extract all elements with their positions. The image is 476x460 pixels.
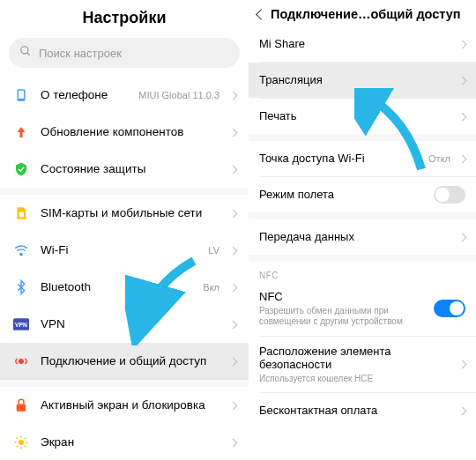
row-label: Бесконтактная оплата [259, 404, 450, 418]
svg-point-0 [21, 47, 28, 54]
divider [249, 255, 476, 262]
chevron-right-icon [229, 128, 238, 137]
chevron-right-icon [229, 246, 238, 255]
nfc-toggle[interactable] [434, 300, 465, 317]
chevron-right-icon [229, 438, 238, 447]
row-vpn[interactable]: VPN VPN [0, 306, 249, 343]
chevron-right-icon [458, 360, 467, 368]
row-wifi[interactable]: Wi-Fi LV [0, 232, 249, 269]
row-label: Передача данных [259, 230, 450, 244]
svg-rect-3 [19, 91, 24, 99]
chevron-right-icon [458, 154, 467, 163]
row-value: LV [208, 245, 219, 256]
row-label: Расположение элемента безопасности [259, 345, 450, 372]
vpn-icon: VPN [12, 315, 30, 333]
page-title: Настройки [0, 0, 249, 34]
row-mishare[interactable]: Mi Share [249, 26, 476, 62]
row-label: Mi Share [259, 37, 450, 51]
search-icon [19, 45, 32, 61]
row-label: Активный экран и блокировка [41, 398, 219, 412]
chevron-right-icon [229, 91, 238, 100]
sim-icon [12, 204, 30, 222]
row-label: Режим полета [259, 188, 425, 202]
row-contactless[interactable]: Бесконтактная оплата [249, 393, 476, 428]
row-value: Откл [428, 153, 450, 164]
lock-icon [12, 397, 30, 414]
chevron-right-icon [229, 165, 238, 174]
back-icon[interactable] [256, 9, 267, 20]
wifi-icon [12, 241, 30, 259]
shield-icon [12, 160, 30, 178]
svg-line-1 [27, 53, 30, 56]
row-label: Экран [41, 435, 219, 449]
chevron-right-icon [458, 76, 467, 85]
phone-icon [12, 86, 30, 104]
sub-header: Подключение…общий доступ [249, 0, 476, 26]
chevron-right-icon [458, 40, 467, 48]
row-screen[interactable]: Экран [0, 424, 249, 460]
svg-rect-4 [19, 212, 24, 218]
airplane-toggle[interactable] [434, 186, 465, 204]
svg-point-5 [20, 253, 22, 255]
svg-point-8 [19, 360, 24, 364]
row-label: Обновление компонентов [41, 125, 219, 139]
settings-main-panel: Настройки Поиск настроек О телефоне MIUI… [0, 0, 249, 460]
row-label: Bluetooth [41, 280, 192, 294]
row-label: Печать [259, 109, 450, 123]
svg-point-10 [19, 440, 24, 445]
row-connection[interactable]: Подключение и общий доступ [0, 343, 249, 380]
svg-line-16 [25, 446, 26, 448]
search-input[interactable]: Поиск настроек [9, 38, 240, 68]
row-label: SIM-карты и мобильные сети [41, 206, 219, 220]
row-security[interactable]: Состояние защиты [0, 151, 249, 188]
row-subtitle: Используется кошелек HCE [259, 374, 450, 385]
divider [0, 380, 249, 387]
row-print[interactable]: Печать [249, 99, 476, 134]
row-value: MIUI Global 11.0.3 [138, 90, 219, 100]
connection-share-panel: Подключение…общий доступ Mi Share Трансл… [249, 0, 476, 460]
svg-line-17 [17, 446, 19, 448]
search-placeholder: Поиск настроек [39, 47, 122, 60]
row-sim[interactable]: SIM-карты и мобильные сети [0, 195, 249, 232]
sun-icon [12, 434, 30, 451]
chevron-right-icon [229, 283, 238, 292]
row-label: Подключение и общий доступ [41, 354, 219, 368]
row-label: Состояние защиты [41, 162, 219, 176]
row-label: О телефоне [41, 88, 128, 102]
row-display-lock[interactable]: Активный экран и блокировка [0, 387, 249, 424]
svg-line-18 [25, 438, 26, 440]
row-value: Вкл [203, 282, 219, 293]
row-label: Трансляция [259, 73, 450, 87]
row-bluetooth[interactable]: Bluetooth Вкл [0, 269, 249, 306]
divider [249, 212, 476, 219]
row-label: Точка доступа Wi-Fi [259, 152, 420, 166]
row-label: VPN [41, 317, 219, 331]
chevron-right-icon [458, 233, 467, 241]
nfc-section-label: NFC [249, 262, 476, 282]
update-icon [12, 123, 30, 141]
row-data[interactable]: Передача данных [249, 219, 476, 255]
row-subtitle: Разрешить обмен данными при совмещении с… [259, 306, 425, 328]
row-label: Wi-Fi [41, 243, 197, 257]
row-airplane[interactable]: Режим полета [249, 177, 476, 212]
chevron-right-icon [458, 406, 467, 415]
row-secure-element[interactable]: Расположение элемента безопасности Испол… [249, 337, 476, 393]
svg-text:VPN: VPN [15, 322, 27, 328]
row-update[interactable]: Обновление компонентов [0, 114, 249, 151]
svg-line-15 [17, 438, 19, 440]
chevron-right-icon [229, 320, 238, 329]
chevron-right-icon [229, 357, 238, 366]
divider [0, 188, 249, 195]
bluetooth-icon [12, 278, 30, 296]
row-hotspot[interactable]: Точка доступа Wi-Fi Откл [249, 141, 476, 176]
connection-icon [12, 352, 30, 370]
row-about[interactable]: О телефоне MIUI Global 11.0.3 [0, 77, 249, 114]
sub-title: Подключение…общий доступ [271, 7, 467, 21]
chevron-right-icon [458, 112, 467, 121]
row-label: NFC [259, 290, 425, 304]
row-nfc[interactable]: NFC Разрешить обмен данными при совмещен… [249, 282, 476, 336]
divider [249, 134, 476, 141]
svg-rect-9 [17, 404, 26, 412]
row-cast[interactable]: Трансляция [249, 63, 476, 98]
chevron-right-icon [229, 401, 238, 410]
